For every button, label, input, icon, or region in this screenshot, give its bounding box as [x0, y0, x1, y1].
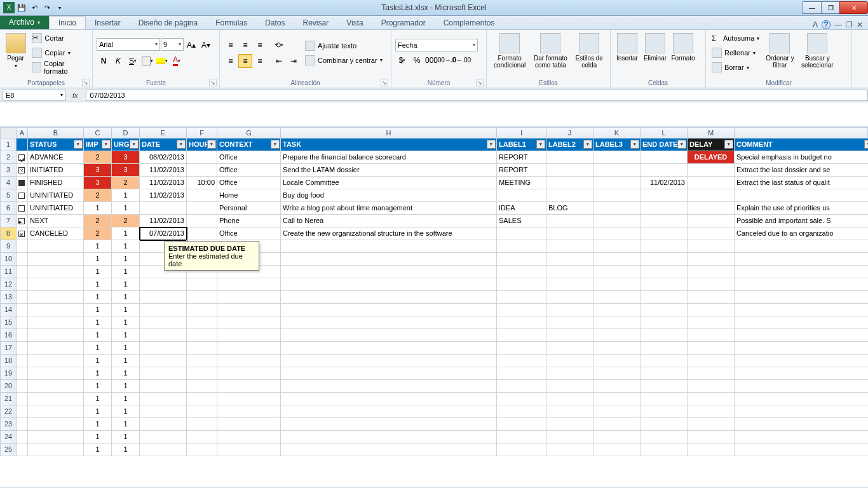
cell[interactable] [593, 253, 641, 266]
clear-button[interactable]: Borrar▾ [710, 61, 761, 74]
table-header-blank[interactable] [17, 139, 28, 151]
table-header-end date[interactable]: END DATE▾ [641, 139, 688, 151]
wrap-text-button[interactable]: Ajustar texto [303, 39, 384, 52]
row-header-10[interactable]: 10 [0, 253, 17, 266]
cell[interactable]: Write a blog post about time management [281, 202, 497, 215]
cell[interactable] [281, 355, 497, 367]
cell[interactable] [497, 266, 546, 278]
cell[interactable]: 10:00 [187, 177, 217, 189]
cell[interactable]: 1 [84, 355, 112, 367]
shrink-font-button[interactable]: A▾ [199, 38, 213, 52]
row-header-20[interactable]: 20 [0, 380, 17, 393]
name-box[interactable]: E8▾ [3, 90, 66, 101]
cell[interactable] [281, 380, 497, 393]
cell[interactable] [735, 266, 868, 278]
cell[interactable]: 1 [112, 291, 140, 304]
cell[interactable] [641, 393, 688, 405]
cell[interactable] [140, 405, 187, 418]
paste-button[interactable]: Pegar ▾ [4, 31, 27, 69]
cell[interactable] [641, 355, 688, 367]
cell[interactable] [497, 329, 546, 342]
cell[interactable] [17, 215, 28, 227]
row-header-4[interactable]: 4 [0, 177, 17, 189]
cell[interactable] [187, 164, 217, 177]
align-right-button[interactable]: ≡ [253, 54, 267, 68]
cell[interactable]: Office [217, 177, 281, 189]
cell[interactable]: BLOG [546, 202, 593, 215]
row-header-14[interactable]: 14 [0, 304, 17, 316]
cell[interactable] [735, 316, 868, 329]
cell[interactable] [17, 380, 28, 393]
cell[interactable] [593, 342, 641, 355]
table-header-date[interactable]: DATE▾ [140, 139, 187, 151]
cell[interactable] [593, 355, 641, 367]
underline-button[interactable]: S▾ [126, 54, 140, 68]
cell[interactable] [593, 215, 641, 227]
cell[interactable]: MEETING [497, 177, 546, 189]
cell[interactable] [546, 189, 593, 202]
row-header-11[interactable]: 11 [0, 266, 17, 278]
cell[interactable]: 1 [112, 240, 140, 253]
cell[interactable] [217, 380, 281, 393]
cell[interactable] [546, 418, 593, 431]
cell[interactable] [497, 227, 546, 240]
cell[interactable] [641, 418, 688, 431]
orientation-button[interactable]: ⟲▾ [272, 38, 286, 52]
cell[interactable] [641, 316, 688, 329]
cell[interactable]: CANCELED [28, 227, 84, 240]
cell[interactable] [497, 342, 546, 355]
cell[interactable] [187, 367, 217, 380]
cell[interactable] [688, 177, 735, 189]
cell[interactable]: UNINITIATED [28, 202, 84, 215]
cell[interactable] [17, 342, 28, 355]
cell[interactable] [497, 380, 546, 393]
cell[interactable] [546, 278, 593, 291]
table-header-task[interactable]: TASK▾ [281, 139, 497, 151]
cell[interactable]: Office [217, 164, 281, 177]
cell[interactable] [735, 189, 868, 202]
cell[interactable] [28, 304, 84, 316]
cell[interactable] [641, 266, 688, 278]
cell[interactable] [140, 278, 187, 291]
column-header-L[interactable]: L [641, 127, 688, 139]
cell[interactable] [641, 253, 688, 266]
cell[interactable] [593, 380, 641, 393]
cell[interactable] [217, 444, 281, 456]
cell[interactable] [28, 291, 84, 304]
cell[interactable]: DELAYED [688, 151, 735, 164]
cell[interactable] [546, 342, 593, 355]
column-header-E[interactable]: E [140, 127, 187, 139]
cell[interactable]: Office [217, 227, 281, 240]
cell[interactable] [641, 189, 688, 202]
cell[interactable] [593, 405, 641, 418]
filter-dropdown-label3[interactable]: ▾ [630, 140, 639, 149]
cell[interactable] [641, 215, 688, 227]
cell[interactable] [546, 291, 593, 304]
cell[interactable]: 2 [112, 177, 140, 189]
cell[interactable] [546, 405, 593, 418]
cell[interactable] [187, 189, 217, 202]
worksheet-grid[interactable]: ABCDEFGHIJKLM 1STATUS▾IMP▾URG▾DATE▾HOUR▾… [0, 127, 868, 487]
workbook-restore-icon[interactable]: ❐ [846, 20, 853, 29]
formula-input[interactable]: 07/02/2013 [86, 90, 868, 101]
close-button[interactable]: ✕ [839, 1, 868, 14]
cell[interactable]: 1 [84, 329, 112, 342]
cell[interactable] [28, 240, 84, 253]
cell[interactable] [688, 367, 735, 380]
cell[interactable] [17, 278, 28, 291]
row-header-18[interactable]: 18 [0, 355, 17, 367]
ribbon-tab-complementos[interactable]: Complementos [435, 17, 504, 29]
cell[interactable] [497, 253, 546, 266]
cell[interactable] [593, 240, 641, 253]
cell[interactable]: 1 [112, 304, 140, 316]
cell[interactable]: 1 [84, 240, 112, 253]
cell[interactable]: Explain the use of priorities us [735, 202, 868, 215]
cell[interactable] [187, 227, 217, 240]
cell[interactable]: 1 [112, 405, 140, 418]
cell[interactable] [17, 329, 28, 342]
cell[interactable]: Buy dog food [281, 189, 497, 202]
column-header-H[interactable]: H [281, 127, 497, 139]
cell[interactable] [17, 266, 28, 278]
filter-dropdown-status[interactable]: ▾ [74, 140, 83, 149]
file-tab[interactable]: Archivo [0, 15, 49, 29]
